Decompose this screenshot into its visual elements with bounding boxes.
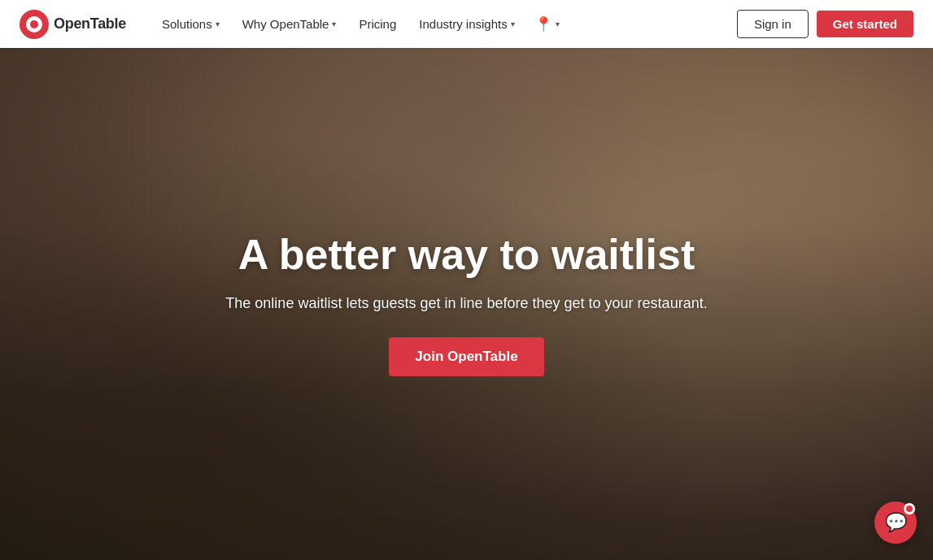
insights-chevron-icon: ▾ [511,20,515,28]
get-started-button[interactable]: Get started [817,11,913,37]
navbar: OpenTable Solutions ▾ Why OpenTable ▾ Pr… [0,0,933,48]
solutions-chevron-icon: ▾ [216,20,220,28]
signin-button[interactable]: Sign in [737,10,809,38]
nav-pricing-label: Pricing [359,17,396,31]
nav-why-label: Why OpenTable [242,17,329,31]
nav-solutions-label: Solutions [162,17,212,31]
logo[interactable]: OpenTable [20,10,126,39]
nav-industry-insights[interactable]: Industry insights ▾ [409,11,524,37]
chat-badge-dot [906,506,913,512]
nav-insights-label: Industry insights [419,17,507,31]
location-chevron-icon: ▾ [556,20,560,28]
nav-solutions[interactable]: Solutions ▾ [152,11,229,37]
nav-actions: Sign in Get started [737,10,913,38]
hero-title: A better way to waitlist [238,232,695,278]
nav-why-opentable[interactable]: Why OpenTable ▾ [233,11,347,37]
nav-links: Solutions ▾ Why OpenTable ▾ Pricing Indu… [152,9,737,40]
chat-icon: 💬 [885,512,907,533]
why-chevron-icon: ▾ [332,20,336,28]
location-pin-icon: 📍 [534,15,552,33]
svg-point-2 [30,20,38,28]
hero-content: A better way to waitlist The online wait… [0,48,933,560]
hero-subtitle: The online waitlist lets guests get in l… [225,293,707,315]
logo-text: OpenTable [54,15,126,33]
chat-notification-badge [904,503,915,514]
logo-icon [20,10,49,39]
location-selector[interactable]: 📍 ▾ [528,9,566,40]
nav-pricing[interactable]: Pricing [349,11,406,37]
join-opentable-button[interactable]: Join OpenTable [389,337,543,376]
chat-support-button[interactable]: 💬 [874,501,917,544]
